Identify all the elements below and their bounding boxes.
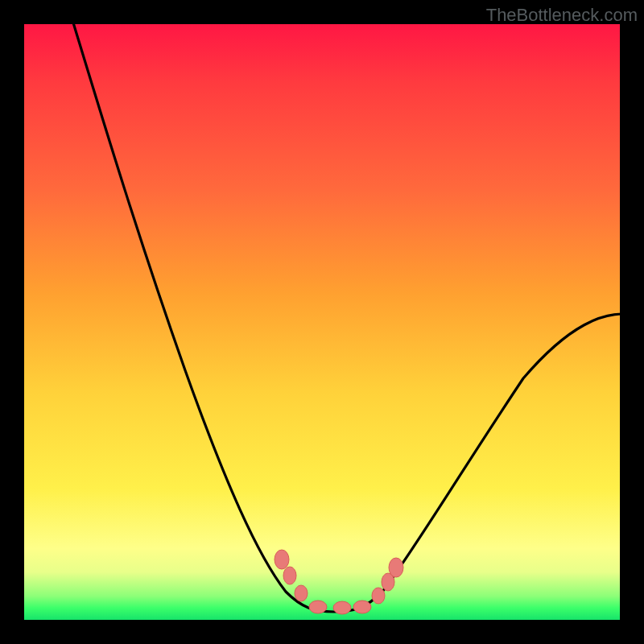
marker bbox=[353, 601, 371, 613]
chart-frame: TheBottleneck.com bbox=[0, 0, 644, 644]
marker bbox=[333, 601, 351, 614]
marker bbox=[389, 558, 403, 577]
watermark-text: TheBottleneck.com bbox=[486, 5, 638, 26]
marker bbox=[295, 585, 308, 601]
marker bbox=[372, 588, 385, 604]
plot-area bbox=[24, 24, 620, 620]
marker bbox=[283, 567, 296, 584]
marker bbox=[309, 601, 327, 613]
valley-markers bbox=[275, 550, 403, 614]
marker bbox=[275, 550, 289, 569]
curve-layer bbox=[24, 24, 620, 620]
bottleneck-curve bbox=[72, 20, 624, 612]
